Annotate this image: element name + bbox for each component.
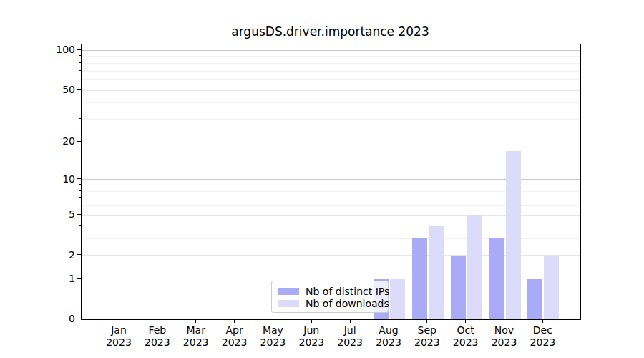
gridline-100 bbox=[82, 50, 580, 51]
y-tick-label-0: 0 bbox=[47, 312, 75, 325]
y-tick-mark-10 bbox=[77, 178, 81, 179]
y-tick-label-100: 100 bbox=[47, 43, 75, 56]
y-tick-mark-50 bbox=[77, 90, 81, 90]
chart-title: argusDS.driver.importance 2023 bbox=[81, 24, 580, 39]
y-minor-tick-mark-40 bbox=[79, 102, 81, 102]
y-tick-mark-2 bbox=[77, 254, 81, 255]
x-tick-mark-jan bbox=[119, 319, 119, 323]
x-tick-mark-sep bbox=[426, 319, 427, 323]
plot-area: Nb of distinct IPs Nb of downloads bbox=[81, 44, 581, 320]
y-minor-tick-mark-7 bbox=[79, 197, 81, 198]
x-tick-mark-jul bbox=[350, 319, 351, 323]
bar-nb-of-downloads-oct bbox=[467, 215, 482, 319]
x-tick-year-dec: 2023 bbox=[519, 337, 565, 349]
gridline-50 bbox=[82, 90, 580, 91]
y-minor-tick-mark-60 bbox=[79, 79, 81, 79]
y-tick-label-2: 2 bbox=[47, 248, 75, 261]
y-minor-tick-mark-9 bbox=[79, 184, 81, 185]
legend-label-distinct-ips: Nb of distinct IPs bbox=[306, 286, 389, 297]
gridline-minor-30 bbox=[82, 119, 580, 120]
bar-nb-of-downloads-aug bbox=[390, 279, 405, 319]
y-tick-mark-20 bbox=[77, 141, 81, 142]
x-tick-mark-feb bbox=[157, 319, 157, 323]
y-minor-tick-mark-80 bbox=[79, 62, 81, 63]
legend: Nb of distinct IPs Nb of downloads bbox=[271, 281, 389, 313]
bar-nb-of-downloads-sep bbox=[429, 226, 444, 319]
x-tick-mark-dec bbox=[542, 319, 543, 323]
y-tick-mark-0 bbox=[77, 319, 81, 319]
gridline-minor-60 bbox=[82, 79, 580, 80]
y-tick-label-5: 5 bbox=[47, 208, 75, 221]
gridline-minor-70 bbox=[82, 71, 580, 72]
x-tick-mark-nov bbox=[504, 319, 504, 323]
bar-nb-of-distinct-ips-nov bbox=[489, 238, 504, 319]
y-tick-label-10: 10 bbox=[47, 173, 75, 185]
x-tick-label-dec: Dec2023 bbox=[519, 324, 565, 349]
gridline-minor-90 bbox=[82, 56, 580, 57]
legend-swatch-downloads bbox=[278, 300, 299, 307]
y-minor-tick-mark-70 bbox=[79, 70, 81, 71]
legend-label-downloads: Nb of downloads bbox=[306, 298, 389, 309]
y-minor-tick-mark-4 bbox=[79, 225, 81, 226]
legend-swatch-distinct-ips bbox=[278, 288, 299, 295]
y-minor-tick-mark-3 bbox=[79, 238, 81, 238]
bar-nb-of-distinct-ips-oct bbox=[451, 256, 466, 319]
legend-item-distinct-ips: Nb of distinct IPs bbox=[278, 285, 382, 297]
y-minor-tick-mark-8 bbox=[79, 190, 81, 191]
x-tick-mark-oct bbox=[465, 319, 466, 323]
bar-nb-of-distinct-ips-dec bbox=[527, 279, 542, 319]
y-tick-label-20: 20 bbox=[47, 135, 75, 147]
gridline-20 bbox=[82, 142, 580, 142]
x-tick-month-dec: Dec bbox=[519, 324, 565, 337]
x-tick-mark-jun bbox=[311, 319, 312, 323]
x-tick-mark-apr bbox=[234, 319, 235, 323]
gridline-minor-80 bbox=[82, 63, 580, 64]
x-tick-mark-aug bbox=[389, 319, 389, 323]
bar-nb-of-downloads-nov bbox=[506, 151, 521, 319]
legend-item-downloads: Nb of downloads bbox=[278, 297, 382, 309]
y-tick-mark-5 bbox=[77, 214, 81, 215]
bar-nb-of-downloads-dec bbox=[544, 256, 559, 319]
chart-figure: argusDS.driver.importance 2023 Nb of dis… bbox=[0, 0, 644, 358]
gridline-minor-40 bbox=[82, 102, 580, 103]
y-minor-tick-mark-30 bbox=[79, 118, 81, 119]
bar-nb-of-distinct-ips-sep bbox=[412, 238, 427, 319]
y-minor-tick-mark-90 bbox=[79, 55, 81, 56]
y-tick-mark-1 bbox=[77, 278, 81, 279]
x-tick-mark-may bbox=[273, 319, 273, 323]
y-tick-label-1: 1 bbox=[47, 272, 75, 285]
y-minor-tick-mark-6 bbox=[79, 205, 81, 205]
y-tick-label-50: 50 bbox=[47, 83, 75, 96]
x-tick-mark-mar bbox=[195, 319, 196, 323]
y-tick-mark-100 bbox=[77, 49, 81, 50]
